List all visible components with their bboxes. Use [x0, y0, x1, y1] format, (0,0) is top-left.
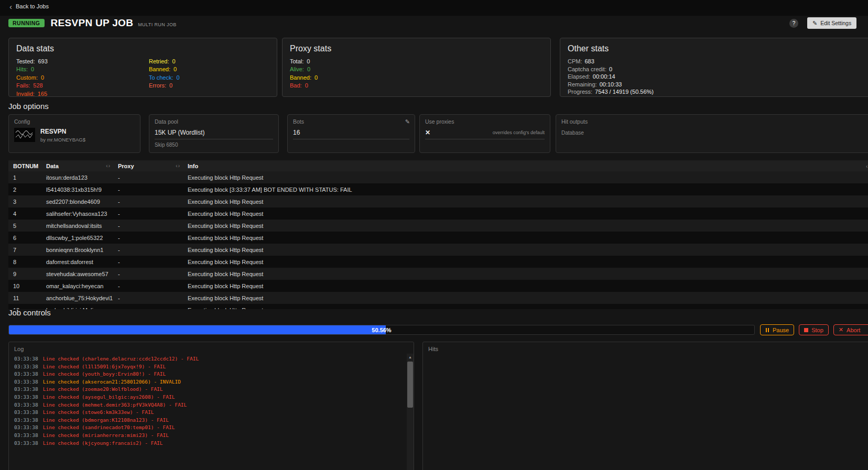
- table-body: 1itosun:derda123-Executing block Http Re…: [8, 171, 868, 309]
- log-line: 03:33:38Line checked (mirianherrera:mimi…: [14, 432, 401, 440]
- cell-info: Executing block Http Request: [188, 295, 866, 301]
- cell-botnum: 2: [13, 187, 46, 193]
- stop-button[interactable]: Stop: [799, 324, 829, 335]
- sort-icon[interactable]: ‹›: [106, 163, 111, 169]
- use-proxies-card: Use proxies ✕ overrides config's default: [419, 114, 550, 153]
- stat-label: CPM:: [568, 58, 582, 64]
- config-card[interactable]: Config RESVPN by mr.MONEYBAG$: [8, 114, 140, 153]
- cell-proxy: -: [118, 283, 188, 289]
- data-stats-card: Data stats Tested:693 Hits:0 Custom:0 Fa…: [8, 38, 277, 97]
- log-line: 03:33:38Line checked (l1l15091:6jx7oyqx!…: [14, 363, 401, 371]
- stat-label: Fails:: [16, 82, 30, 90]
- scroll-up-icon[interactable]: ▲: [407, 354, 414, 359]
- cell-info: Executing block Http Request: [188, 235, 866, 241]
- cell-proxy: -: [118, 235, 188, 241]
- log-text: Line checked (bdmorgan:K12108na123) - FA…: [43, 417, 169, 423]
- log-text: Line checked (kjcyoung:francais2) - FAIL: [43, 440, 163, 446]
- config-author: by mr.MONEYBAG$: [40, 137, 85, 143]
- cell-proxy: -: [118, 307, 188, 310]
- log-line: 03:33:38Line checked (youth_boyy:Ervin80…: [14, 370, 401, 378]
- log-time: 03:33:38: [14, 379, 38, 385]
- log-lines: 03:33:38Line checked (charlene.delacruz:…: [9, 354, 414, 447]
- x-icon: ✕: [839, 326, 843, 333]
- table-row: 3sed2207:blonde4609-Executing block Http…: [8, 195, 868, 207]
- table-row: 10omar_kalayci:heyecan-Executing block H…: [8, 280, 868, 292]
- data-pool-value[interactable]: 15K UP (Wordlist): [155, 129, 273, 139]
- other-stats-title: Other stats: [568, 44, 868, 53]
- job-controls-title: Job controls: [8, 308, 51, 317]
- cell-data: dllscwby_1:pole65322: [46, 235, 118, 241]
- bots-card: Bots ✎ 16: [287, 114, 415, 153]
- config-label: Config: [14, 118, 135, 125]
- chevron-left-icon: ‹: [9, 4, 12, 9]
- stat-label: Alive:: [290, 65, 304, 73]
- table-row: 9stevehudak:awesome57-Executing block Ht…: [8, 268, 868, 280]
- edit-settings-label: Edit Settings: [820, 20, 851, 26]
- cell-info: Executing block Http Request: [188, 223, 866, 229]
- column-header-info[interactable]: Info: [188, 163, 866, 169]
- table-row: 5mitchellsandoval:itsits-Executing block…: [8, 220, 868, 232]
- log-title: Log: [9, 342, 414, 354]
- stop-icon: [804, 328, 808, 332]
- table-row: 1itosun:derda123-Executing block Http Re…: [8, 171, 868, 183]
- cell-proxy: -: [118, 259, 188, 265]
- column-header-botnum: BOTNUM: [13, 163, 46, 169]
- column-header-data[interactable]: Data‹›: [46, 163, 118, 169]
- stat-retried: Retried:0: [149, 58, 180, 65]
- table-row: 6dllscwby_1:pole65322-Executing block Ht…: [8, 232, 868, 244]
- cell-botnum: 7: [13, 247, 46, 253]
- table-row: 4salihsefer:Vyhasoxa123-Executing block …: [8, 207, 868, 220]
- back-to-jobs-link[interactable]: ‹ Back to Jobs: [9, 3, 49, 9]
- hit-outputs-label: Hit outputs: [561, 118, 868, 125]
- pause-button[interactable]: Pause: [760, 324, 794, 335]
- stat-value: 0: [169, 82, 172, 90]
- stat-tocheck: To check:0: [149, 74, 180, 82]
- edit-bots-icon[interactable]: ✎: [405, 118, 410, 125]
- abort-button[interactable]: ✕ Abort: [833, 324, 868, 335]
- job-header: RUNNING RESVPN UP JOB MULTI RUN JOB: [8, 17, 177, 29]
- log-scrollbar[interactable]: ▲: [407, 354, 414, 470]
- cell-proxy: -: [118, 295, 188, 301]
- cell-info: Executing block Http Request: [188, 211, 866, 217]
- table-row: 2l5414038:31xb315h!9-Executing block [3:…: [8, 183, 868, 195]
- stat-label: Tested:: [16, 58, 35, 65]
- log-text: Line checked (mehmet.demir363:pfV3kVQ4A8…: [43, 402, 187, 408]
- stat-value: 7543 / 14919 (50.56%): [595, 89, 654, 95]
- log-line: 03:33:38Line checked (aysegul_bilgic:ays…: [14, 394, 401, 401]
- stat-label: Invalid:: [16, 90, 35, 98]
- stat-label: Elapsed:: [568, 73, 590, 80]
- hits-panel: Hits: [422, 342, 868, 470]
- data-pool-label: Data pool: [155, 118, 273, 125]
- stat-label: Banned:: [290, 74, 311, 82]
- cell-data: stevehudak:awesome57: [46, 271, 118, 277]
- column-header-proxy[interactable]: Proxy‹›: [118, 163, 188, 169]
- cell-proxy: -: [118, 174, 188, 181]
- x-mark-icon[interactable]: ✕: [425, 129, 430, 136]
- scrollbar-thumb[interactable]: [407, 362, 413, 408]
- log-time: 03:33:38: [14, 424, 38, 430]
- stat-label: Progress:: [568, 89, 592, 95]
- cell-botnum: 9: [13, 271, 46, 277]
- cell-info: Executing block Http Request: [188, 307, 866, 310]
- log-line: 03:33:38Line checked (akserocan21:258012…: [14, 378, 401, 386]
- stat-captcha-credit: Captcha credit:0: [568, 65, 868, 73]
- help-button[interactable]: ?: [789, 19, 798, 28]
- cell-info: Executing block Http Request: [188, 271, 866, 277]
- bots-input[interactable]: 16: [293, 129, 409, 139]
- log-time: 03:33:38: [14, 402, 38, 408]
- cell-info: Executing block Http Request: [188, 174, 866, 181]
- sort-icon[interactable]: ‹›: [866, 163, 868, 169]
- data-pool-skip: Skip 6850: [155, 142, 273, 148]
- table-row: 8daforrest:daforrest-Executing block Htt…: [8, 256, 868, 268]
- cell-info: Executing block [3:33:37 AM] BOT ENDED W…: [188, 187, 866, 193]
- edit-settings-button[interactable]: ✎ Edit Settings: [807, 17, 856, 29]
- cell-data: berkaybildirici:Melisa: [46, 307, 118, 310]
- cell-botnum: 5: [13, 223, 46, 229]
- page-title: RESVPN UP JOB: [51, 17, 134, 29]
- job-control-buttons: Pause Stop ✕ Abort: [760, 324, 868, 335]
- stat-label: Captcha credit:: [568, 66, 606, 72]
- log-text: Line checked (aysegul_bilgic:ays2608) - …: [43, 394, 175, 400]
- log-line: 03:33:38Line checked (bdmorgan:K12108na1…: [14, 417, 401, 424]
- sort-icon[interactable]: ‹›: [176, 163, 180, 169]
- stat-value: 165: [38, 90, 47, 98]
